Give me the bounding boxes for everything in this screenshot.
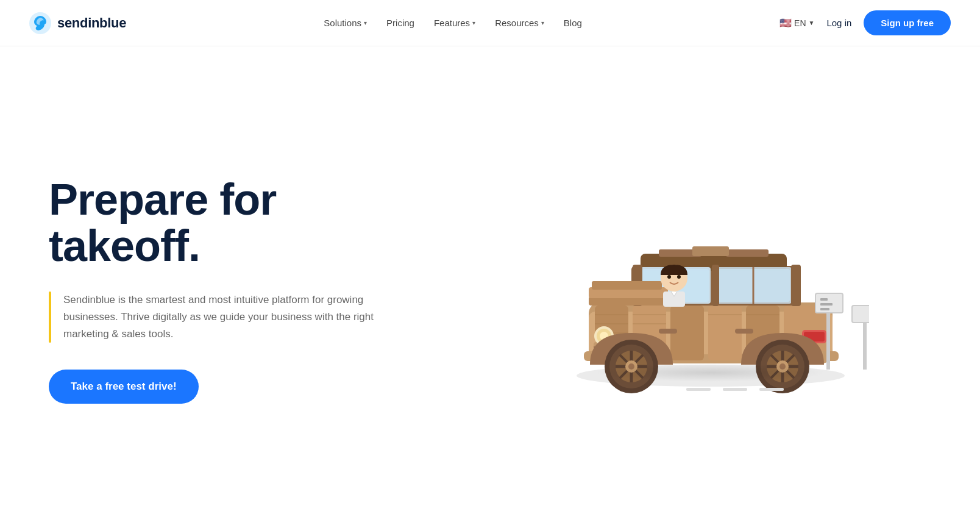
svg-point-68 [667,275,671,279]
svg-rect-29 [712,265,719,306]
login-link[interactable]: Log in [826,18,851,28]
car-shadow [595,363,826,382]
chevron-down-icon: ▾ [541,20,544,26]
toy-car-svg [552,174,869,394]
svg-rect-20 [726,249,769,257]
hero-section: Prepare for takeoff. Sendinblue is the s… [0,46,980,522]
hero-title: Prepare for takeoff. [49,177,390,269]
nav-item-features[interactable]: Features ▾ [434,18,475,28]
nav-links: Solutions ▾ Pricing Features ▾ Resources… [324,18,582,28]
hero-description-wrapper: Sendinblue is the smartest and most intu… [49,291,390,343]
nav-item-blog[interactable]: Blog [564,18,582,28]
cta-button[interactable]: Take a free test drive! [49,370,199,404]
svg-rect-21 [692,246,729,256]
nav-item-pricing[interactable]: Pricing [386,18,414,28]
nav-right: 🇺🇸 EN ▼ Log in Sign up free [779,10,951,35]
svg-rect-44 [735,329,753,334]
flag-icon: 🇺🇸 [779,17,792,29]
svg-rect-71 [686,388,711,391]
lang-arrow-icon: ▼ [809,20,815,26]
hero-illustration [441,46,980,522]
svg-rect-30 [791,265,801,306]
chevron-down-icon: ▾ [364,20,367,26]
svg-rect-77 [820,303,833,306]
logo-link[interactable]: sendinblue [29,12,126,34]
svg-rect-76 [820,298,828,301]
svg-rect-43 [659,329,677,334]
accent-bar [49,291,51,343]
signup-button[interactable]: Sign up free [864,10,951,35]
svg-point-69 [677,275,681,279]
hero-description: Sendinblue is the smartest and most intu… [63,291,390,343]
main-nav: sendinblue Solutions ▾ Pricing Features … [0,0,980,46]
svg-rect-33 [592,281,662,290]
language-selector[interactable]: 🇺🇸 EN ▼ [779,17,814,29]
svg-rect-78 [820,308,829,310]
lang-code: EN [794,18,806,28]
hero-content: Prepare for takeoff. Sendinblue is the s… [49,177,390,403]
svg-rect-72 [723,388,747,391]
car-container [552,156,869,412]
logo-icon [29,12,51,34]
nav-item-solutions[interactable]: Solutions ▾ [324,18,367,28]
svg-rect-80 [852,306,869,323]
svg-rect-73 [759,388,784,391]
nav-item-resources[interactable]: Resources ▾ [495,18,544,28]
chevron-down-icon: ▾ [472,20,475,26]
logo-text: sendinblue [57,15,126,31]
